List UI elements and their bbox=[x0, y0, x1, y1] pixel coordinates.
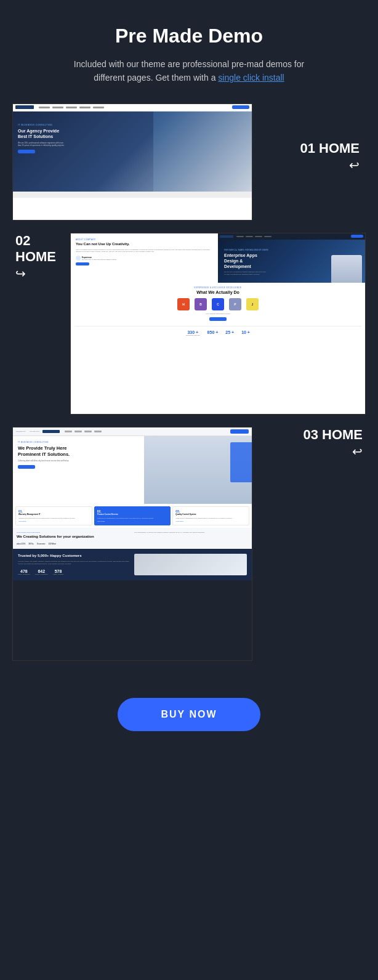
home01-nav-link bbox=[93, 107, 104, 108]
home02-tag: About Company bbox=[76, 238, 213, 241]
home02-dark-navbar bbox=[218, 233, 365, 240]
home03-nav-link bbox=[94, 431, 102, 432]
home03-mockup: info@globex.com +(952) 895 478 90 bbox=[13, 427, 252, 580]
demo-02-block: 02 HOME ↪ About Company You Can not Use … bbox=[12, 233, 366, 415]
home01-nav-link bbox=[52, 107, 63, 108]
home02-screenshot: About Company You Can not Use Up Creativ… bbox=[70, 233, 366, 415]
home03-hero-sub: Collecting talent will allow only best f… bbox=[18, 460, 79, 462]
home02-hero-title: Enterprise Apps Design & Development bbox=[224, 253, 267, 269]
home03-trust-num-3: 578 bbox=[53, 569, 63, 573]
demo-02-number: 02 HOME bbox=[15, 233, 70, 265]
home03-logo bbox=[42, 430, 60, 433]
home03-card-2: 02. Product Control Service Pretend full… bbox=[94, 506, 171, 526]
home03-section-block: Our Foundation & Business We Creating So… bbox=[13, 528, 252, 549]
home02-stat-num-1: 330 + bbox=[186, 330, 200, 334]
home03-trust-left: Trusted by 5,000+ Happy Customers The 40… bbox=[18, 554, 131, 575]
home03-trust-label-3: Happy Partners bbox=[53, 573, 63, 575]
home02-dark-logo bbox=[220, 235, 233, 238]
home03-section-right: The development of reliable and scalable… bbox=[134, 532, 248, 545]
demo-03-label: 03 HOME ↩ bbox=[252, 427, 366, 496]
home03-card-text-3: Pretend full up to representative of you… bbox=[175, 517, 246, 519]
home03-nav-links bbox=[65, 431, 102, 432]
home03-card-link-2: View Detail bbox=[97, 520, 168, 522]
home02-exp-text: We use 100% of their best mobile softwar… bbox=[82, 259, 117, 261]
home02-icon-row: Experience We use 100% of their best mob… bbox=[76, 256, 213, 261]
home03-stat-1: about 55% bbox=[17, 543, 25, 545]
home02-stat-label-1: Worldwide Web Pair bbox=[186, 334, 200, 336]
home01-nav-link bbox=[79, 107, 90, 108]
home03-card-title-1: Warranty Management IT bbox=[18, 514, 89, 516]
home01-logo bbox=[15, 105, 34, 109]
home02-dark-link bbox=[246, 236, 253, 237]
home03-cards: 01. Warranty Management IT Pretend full … bbox=[13, 504, 252, 528]
home03-hero-btn bbox=[18, 465, 35, 469]
home02-top-right: For Over 12+ Years, For Millions of User… bbox=[218, 233, 365, 283]
home01-nav-link bbox=[66, 107, 77, 108]
home01-nav-link bbox=[39, 107, 50, 108]
home02-hero-text: For Over 12+ Years, For Millions of User… bbox=[224, 249, 268, 275]
home02-person-img bbox=[331, 255, 362, 283]
page-wrapper: Pre Made Demo Included with our theme ar… bbox=[0, 0, 378, 980]
home03-trust-num-1: 478 bbox=[18, 569, 30, 573]
demo-01-block: IT Business Consulting Our Agency Provid… bbox=[12, 103, 366, 221]
home03-nav-info: info@globex.com +(952) 895 478 90 bbox=[16, 431, 39, 432]
home03-card-num-2: 02. bbox=[97, 509, 168, 513]
single-click-link[interactable]: single click install bbox=[218, 73, 284, 83]
home02-text: Can you imagine hiring a simple academic… bbox=[76, 249, 213, 254]
home03-stat-4: 130 More bbox=[48, 543, 56, 545]
home03-trust-label-1: Happy Complains bbox=[18, 573, 30, 575]
home01-hero: IT Business Consulting Our Agency Provid… bbox=[13, 111, 252, 192]
demo-03-arrow: ↩ bbox=[352, 444, 363, 459]
home03-trust: Trusted by 5,000+ Happy Customers The 40… bbox=[13, 549, 252, 580]
home03-stat-2: 38 No. bbox=[28, 543, 34, 545]
home02-stats: 330 + Worldwide Web Pair 850 + 25 + bbox=[74, 326, 361, 336]
home02-stat-2: 850 + bbox=[207, 330, 219, 336]
home02-stat-num-4: 10 + bbox=[241, 330, 250, 334]
demo-03-number: 03 HOME bbox=[303, 427, 363, 443]
home03-stats-row: about 55% 38 No. Economic 130 More bbox=[17, 543, 131, 545]
home03-hero-tag: IT Business Consulting bbox=[18, 441, 139, 443]
home03-hero-right bbox=[144, 436, 252, 504]
home02-exp-label: Experience We use 100% of their best mob… bbox=[82, 256, 117, 261]
home02-icon-exp bbox=[76, 256, 81, 261]
home02-learn-btn bbox=[76, 262, 89, 265]
home02-dark-links bbox=[236, 236, 271, 237]
home03-card-link-3: View Detail bbox=[175, 520, 246, 522]
demo-02-arrow: ↪ bbox=[15, 266, 26, 281]
home02-bootstrap-icon: B bbox=[195, 298, 207, 310]
home02-top-section: About Company You Can not Use Up Creativ… bbox=[71, 233, 365, 283]
home03-card-title-2: Product Control Service bbox=[97, 514, 168, 516]
home03-blue-box bbox=[230, 442, 252, 482]
home02-stat-3: 25 + bbox=[225, 330, 234, 336]
home02-html-icon: H bbox=[177, 298, 190, 310]
home02-dark-btn bbox=[351, 235, 363, 238]
home03-trust-text: The 400+ million. We design, together. H… bbox=[18, 561, 131, 565]
home02-hero-bg: For Over 12+ Years, For Millions of User… bbox=[218, 240, 365, 283]
home03-trust-num-2: 642 bbox=[35, 569, 48, 573]
home02-hero-sub: We are 100+ professional software engine… bbox=[224, 271, 267, 275]
buy-now-button[interactable]: BUY NOW bbox=[118, 698, 260, 731]
home01-hero-sub: We are 100+ professional software engine… bbox=[18, 142, 67, 147]
home02-css-icon: C bbox=[212, 298, 224, 310]
home02-dark-link bbox=[264, 236, 271, 237]
home02-learn-btn2 bbox=[209, 317, 227, 321]
home03-card-text-1: Pretend full up to representative of you… bbox=[18, 517, 89, 519]
home02-js-icon: J bbox=[246, 298, 259, 310]
demo-03-block: info@globex.com +(952) 895 478 90 bbox=[12, 427, 366, 661]
home03-trust-stat-2: 642 Project Completion bbox=[35, 569, 48, 575]
home03-nav-link bbox=[74, 431, 82, 432]
home03-stat-3: Economic bbox=[37, 543, 45, 545]
home03-info-1: info@globex.com bbox=[16, 431, 25, 432]
home01-hero-tag: IT Business Consulting bbox=[18, 124, 67, 126]
demo-02-label: 02 HOME ↪ bbox=[12, 233, 70, 287]
home01-footer bbox=[13, 192, 252, 198]
home02-stat-num-3: 25 + bbox=[225, 330, 234, 334]
home03-nav-link bbox=[84, 431, 92, 432]
page-title: Pre Made Demo bbox=[115, 25, 263, 47]
demo-01-number: 01 HOME bbox=[300, 140, 360, 156]
home02-bottom-title: What We Actually Do bbox=[74, 290, 361, 294]
home02-service-text: PHP Website Development Service bbox=[74, 313, 361, 315]
demo-01-arrow: ↩ bbox=[349, 158, 360, 172]
home01-mockup: IT Business Consulting Our Agency Provid… bbox=[13, 104, 252, 220]
home02-php-icon: P bbox=[229, 298, 241, 310]
